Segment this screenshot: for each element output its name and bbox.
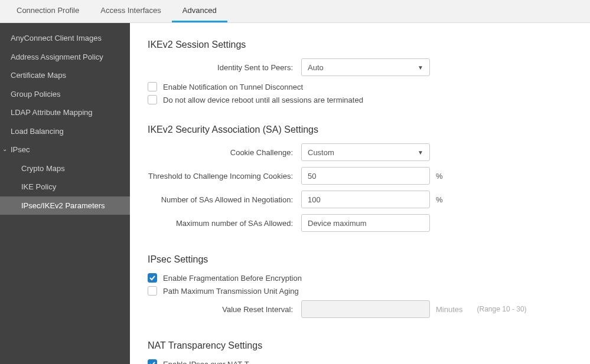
input-reset-interval [301, 300, 430, 318]
label-pmtu-aging: Path Maximum Transmission Unit Aging [163, 287, 299, 296]
label-disallow-reboot: Do not allow device reboot until all ses… [163, 96, 363, 104]
label-threshold: Threshold to Challenge Incoming Cookies: [148, 172, 301, 181]
sidebar: AnyConnect Client Images Address Assignm… [0, 23, 130, 364]
heading-ipsec: IPsec Settings [148, 254, 572, 265]
content-pane: IKEv2 Session Settings Identity Sent to … [130, 23, 590, 364]
label-enable-nat-t: Enable IPsec over NAT-T [163, 360, 249, 365]
label-num-sa: Number of SAs Allowed in Negotiation: [148, 195, 301, 204]
input-threshold[interactable] [301, 167, 430, 185]
sidebar-item-ipsec[interactable]: ⌄ IPsec [0, 140, 130, 159]
tab-advanced[interactable]: Advanced [172, 0, 227, 22]
checkbox-disallow-reboot[interactable] [148, 95, 157, 104]
sidebar-item-load-balancing[interactable]: Load Balancing [0, 122, 130, 141]
sidebar-item-address-assignment[interactable]: Address Assignment Policy [0, 48, 130, 67]
chevron-down-icon: ⌄ [2, 145, 9, 153]
label-cookie-challenge: Cookie Challenge: [148, 148, 301, 157]
unit-percent: % [436, 172, 443, 181]
caret-down-icon: ▼ [418, 149, 423, 156]
sidebar-item-ike-policy[interactable]: IKE Policy [0, 178, 130, 196]
select-identity-sent[interactable]: Auto ▼ [301, 58, 430, 76]
heading-ikev2-sa: IKEv2 Security Association (SA) Settings [148, 124, 572, 135]
select-value: Custom [308, 148, 334, 157]
checkbox-enable-notification[interactable] [148, 82, 157, 91]
label-max-sa: Maximum number of SAs Allowed: [148, 219, 301, 228]
checkbox-enable-nat-t[interactable] [148, 359, 157, 364]
label-enable-fragmentation: Enable Fragmentation Before Encryption [163, 274, 302, 283]
sidebar-item-label: IPsec [11, 144, 30, 156]
sidebar-item-ipsec-ikev2-parameters[interactable]: IPsec/IKEv2 Parameters [0, 196, 130, 215]
sidebar-item-crypto-maps[interactable]: Crypto Maps [0, 159, 130, 178]
heading-nat: NAT Transparency Settings [148, 340, 572, 351]
select-cookie-challenge[interactable]: Custom ▼ [301, 143, 430, 161]
tab-access-interfaces[interactable]: Access Interfaces [90, 0, 172, 22]
caret-down-icon: ▼ [418, 64, 423, 71]
top-tabs: Connection Profile Access Interfaces Adv… [0, 0, 590, 23]
tab-connection-profile[interactable]: Connection Profile [6, 0, 90, 22]
label-identity-sent: Identity Sent to Peers: [148, 63, 301, 72]
input-max-sa[interactable] [301, 214, 430, 232]
heading-ikev2-session: IKEv2 Session Settings [148, 40, 572, 50]
input-num-sa[interactable] [301, 191, 430, 208]
sidebar-item-certificate-maps[interactable]: Certificate Maps [0, 66, 130, 85]
label-enable-notification: Enable Notification on Tunnel Disconnect [163, 83, 303, 91]
sidebar-item-group-policies[interactable]: Group Policies [0, 85, 130, 104]
sidebar-item-ldap-mapping[interactable]: LDAP Attribute Mapping [0, 103, 130, 122]
unit-minutes: Minutes [436, 305, 463, 314]
unit-percent: % [436, 195, 443, 204]
checkbox-pmtu-aging[interactable] [148, 286, 157, 296]
sidebar-item-anyconnect-images[interactable]: AnyConnect Client Images [0, 29, 130, 48]
select-value: Auto [308, 63, 324, 72]
label-reset-interval: Value Reset Interval: [148, 305, 301, 314]
hint-reset-range: (Range 10 - 30) [477, 305, 527, 313]
checkbox-enable-fragmentation[interactable] [148, 273, 157, 283]
